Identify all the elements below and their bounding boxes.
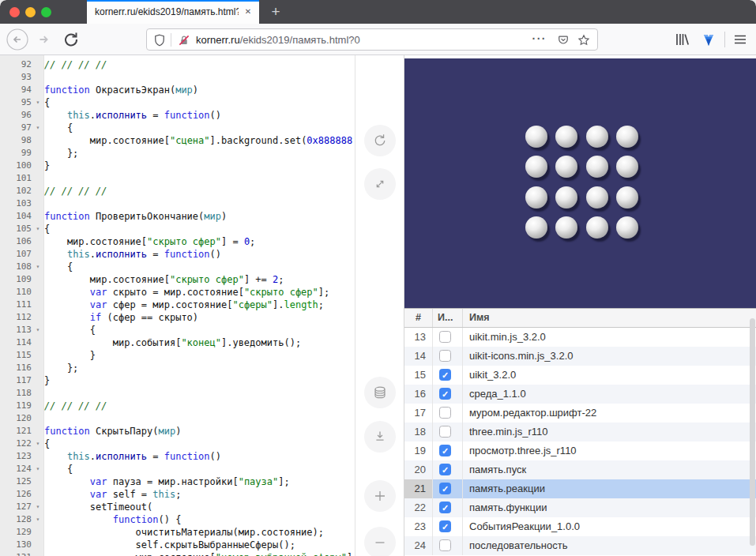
table-row[interactable]: 21✓память.реакции	[404, 479, 756, 498]
extension-gem-icon[interactable]	[698, 28, 720, 51]
code-line[interactable]: 99 };	[0, 147, 355, 160]
sphere[interactable]	[586, 156, 608, 178]
code-line[interactable]: 118	[0, 387, 355, 400]
sphere[interactable]	[616, 216, 638, 239]
fold-arrow-icon[interactable]: ▾	[32, 501, 44, 513]
code-line[interactable]: 126 var self = this;	[0, 488, 355, 501]
back-icon[interactable]	[6, 28, 28, 51]
reload-icon[interactable]	[60, 28, 82, 51]
sphere[interactable]	[616, 186, 638, 208]
used-checkbox[interactable]: ✓	[439, 445, 451, 456]
bookmark-star-icon[interactable]	[577, 33, 591, 47]
code-line[interactable]: 105▾{	[0, 223, 355, 235]
code-line[interactable]: 121function СкрытьПару(мир)	[0, 425, 355, 438]
code-line[interactable]: 106 мир.состояние["скрыто сфер"] = 0;	[0, 235, 355, 248]
used-checkbox[interactable]: ✓	[439, 483, 451, 494]
zoom-out-button[interactable]	[364, 527, 396, 556]
used-checkbox[interactable]	[439, 407, 451, 419]
reload-view-button[interactable]	[364, 125, 396, 156]
code-line[interactable]: 103	[0, 197, 355, 210]
page-actions-icon[interactable]: ···	[532, 32, 547, 45]
table-row[interactable]: 15✓uikit_3.2.0	[404, 366, 756, 385]
new-tab-icon[interactable]: +	[265, 2, 286, 22]
used-checkbox[interactable]: ✓	[439, 464, 451, 475]
code-line[interactable]: 100}	[0, 160, 355, 172]
code-line[interactable]: 117}	[0, 374, 355, 387]
code-line[interactable]: 108▾ {	[0, 261, 355, 273]
code-line[interactable]: 125 var пауза = мир.настройки["пауза"];	[0, 475, 355, 488]
minimize-window-button[interactable]	[25, 7, 36, 17]
table-row[interactable]: 18three.min.js_r110	[404, 423, 756, 441]
sphere[interactable]	[525, 126, 547, 148]
library-icon[interactable]	[671, 28, 693, 51]
fold-arrow-icon[interactable]: ▾	[32, 438, 44, 450]
code-line[interactable]: 94function ОкраситьЭкран(мир)	[0, 84, 355, 96]
sphere[interactable]	[525, 216, 547, 239]
sphere[interactable]	[616, 126, 638, 148]
used-checkbox[interactable]	[439, 426, 451, 438]
url-bar[interactable]: kornerr.ru/ekids2019/память.html?0 ···	[146, 28, 598, 51]
fold-arrow-icon[interactable]: ▾	[32, 122, 44, 134]
code-line[interactable]: 95▾{	[0, 96, 355, 109]
scene-canvas[interactable]	[404, 58, 756, 308]
fold-arrow-icon[interactable]: ▾	[32, 261, 44, 273]
pocket-icon[interactable]	[556, 33, 570, 47]
fullscreen-button[interactable]	[364, 168, 396, 200]
used-checkbox[interactable]: ✓	[439, 369, 451, 381]
url-text[interactable]: kornerr.ru/ekids2019/память.html?0	[196, 34, 518, 46]
sphere[interactable]	[586, 186, 608, 208]
code-line[interactable]: 102// // // //	[0, 185, 355, 197]
code-line[interactable]: 92// // // //	[0, 58, 355, 71]
code-line[interactable]: 131 мир.состояние["номер выбранной сферы…	[0, 551, 355, 556]
fold-arrow-icon[interactable]: ▾	[32, 324, 44, 336]
menu-icon[interactable]	[729, 28, 751, 51]
table-row[interactable]: 20✓память.пуск	[404, 460, 756, 479]
table-scrollbar[interactable]	[750, 318, 755, 546]
code-line[interactable]: 120	[0, 412, 355, 425]
zoom-window-button[interactable]	[41, 7, 51, 17]
insecure-lock-icon[interactable]	[177, 33, 191, 47]
table-row[interactable]: 23✓СобытияРеакции_1.0.0	[404, 517, 756, 536]
table-row[interactable]: 24последовательность	[404, 536, 756, 555]
code-line[interactable]: 124▾ {	[0, 463, 355, 475]
sphere[interactable]	[555, 126, 577, 148]
close-window-button[interactable]	[9, 7, 20, 17]
table-row[interactable]: 16✓среда_1.1.0	[404, 385, 756, 404]
table-row[interactable]: 17муром.редактор.шрифт-22	[404, 404, 756, 423]
sphere[interactable]	[525, 156, 547, 178]
code-line[interactable]: 123 this.исполнить = function()	[0, 450, 355, 463]
used-checkbox[interactable]	[439, 331, 451, 343]
code-line[interactable]: 93	[0, 71, 355, 84]
code-line[interactable]: 111 var сфер = мир.состояние["сферы"].le…	[0, 299, 355, 311]
table-row[interactable]: 22✓память.функции	[404, 498, 756, 517]
sphere[interactable]	[616, 156, 638, 178]
code-line[interactable]: 107 this.исполнить = function()	[0, 248, 355, 261]
code-line[interactable]: 96 this.исполнить = function()	[0, 109, 355, 122]
used-checkbox[interactable]: ✓	[439, 388, 451, 400]
code-line[interactable]: 113▾ {	[0, 324, 355, 336]
resources-button[interactable]	[364, 377, 396, 408]
sphere[interactable]	[586, 216, 608, 239]
code-line[interactable]: 116 };	[0, 362, 355, 374]
shield-icon[interactable]	[152, 33, 167, 47]
code-line[interactable]: 119// // // //	[0, 400, 355, 412]
used-checkbox[interactable]	[439, 539, 451, 551]
sphere[interactable]	[586, 126, 608, 148]
code-line[interactable]: 115 }	[0, 349, 355, 362]
used-checkbox[interactable]: ✓	[439, 502, 451, 513]
code-line[interactable]: 101	[0, 172, 355, 185]
code-line[interactable]: 109 мир.состояние["скрыто сфер"] += 2;	[0, 273, 355, 286]
fold-arrow-icon[interactable]: ▾	[32, 513, 44, 526]
code-line[interactable]: 104function ПроверитьОкончание(мир)	[0, 210, 355, 223]
fold-arrow-icon[interactable]: ▾	[32, 223, 44, 235]
close-tab-icon[interactable]: ✕	[242, 6, 254, 18]
used-checkbox[interactable]: ✓	[439, 520, 451, 532]
table-row[interactable]: 19✓просмотр.three.js_r110	[404, 441, 756, 460]
code-line[interactable]: 97▾ {	[0, 122, 355, 134]
code-line[interactable]: 122▾{	[0, 438, 355, 450]
code-line[interactable]: 110 var скрыто = мир.состояние["скрыто с…	[0, 286, 355, 299]
sphere[interactable]	[555, 156, 577, 178]
code-editor[interactable]: 92// // // //9394function ОкраситьЭкран(…	[0, 55, 355, 556]
table-row[interactable]: 14uikit-icons.min.js_3.2.0	[404, 347, 756, 366]
code-line[interactable]: 114 мир.события["конец"].уведомить();	[0, 336, 355, 349]
